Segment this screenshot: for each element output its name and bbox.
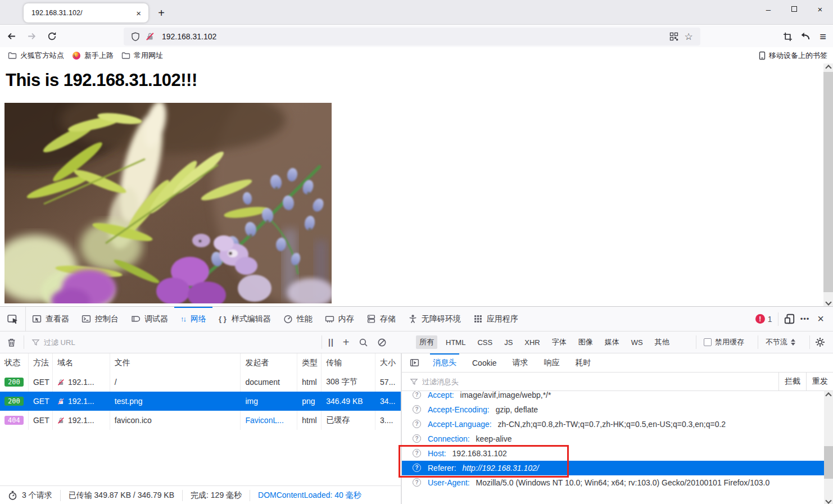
filter-xhr[interactable]: XHR [521,337,543,348]
request-row-selected[interactable]: 200 GET 192.1... test.png img png 346.49… [0,392,401,411]
bookmark-folder-common-sites[interactable]: 常用网址 [121,51,163,61]
col-status[interactable]: 状态 [0,353,29,373]
search-button[interactable] [359,338,368,347]
tab-console[interactable]: 控制台 [75,307,125,331]
detail-tab-cookie[interactable]: Cookie [466,353,503,372]
filter-headers-input[interactable] [422,378,591,386]
bookmark-star-icon[interactable]: ☆ [681,29,696,44]
mobile-bookmarks[interactable]: 移动设备上的书签 [758,51,827,61]
tab-application[interactable]: 应用程序 [467,307,524,331]
tab-memory[interactable]: 内存 [319,307,360,331]
header-row[interactable]: ? Accept-Encoding gzip, deflate [402,402,824,417]
bookmark-folder-firefox-official[interactable]: 火狐官方站点 [8,51,64,61]
url-text[interactable]: 192.168.31.102 [162,32,667,41]
col-type[interactable]: 类型 [297,353,322,373]
question-circle-icon[interactable]: ? [413,478,421,487]
close-tab-icon[interactable]: × [134,8,143,18]
detail-tab-response[interactable]: 响应 [538,353,566,372]
detail-tab-headers[interactable]: 消息头 [427,353,463,372]
col-initiator[interactable]: 发起者 [241,353,297,373]
filter-headers-box[interactable]: 拦截 重发 [402,373,833,391]
maximize-button[interactable] [781,0,807,18]
question-circle-icon[interactable]: ? [413,464,421,472]
detail-tab-request[interactable]: 请求 [506,353,535,372]
tab-inspector[interactable]: 查看器 [26,307,75,331]
tab-debugger[interactable]: 调试器 [125,307,174,331]
filter-url-input[interactable] [44,338,246,347]
pause-traffic-button[interactable]: || [328,338,334,347]
new-request-button[interactable]: + [343,336,350,349]
header-row-referer-selected[interactable]: ? Referer http://192.168.31.102/ [402,461,824,475]
clear-requests-button[interactable] [7,332,16,353]
request-row[interactable]: 404 GET 192.1... favicon.ico FaviconL...… [0,411,401,430]
filter-html[interactable]: HTML [442,337,469,348]
menu-hamburger-icon[interactable]: ≡ [816,30,830,43]
scroll-down-arrow[interactable] [824,496,833,504]
reload-button[interactable] [43,28,61,46]
filter-images[interactable]: 图像 [575,335,596,349]
question-circle-icon[interactable]: ? [413,434,421,443]
question-circle-icon[interactable]: ? [413,405,421,414]
bookmark-getting-started[interactable]: 新手上路 [72,51,114,61]
question-circle-icon[interactable]: ? [413,420,421,428]
insecure-lock-icon[interactable] [143,29,157,44]
header-row[interactable]: ? Connection keep-alive [402,432,824,446]
url-bar[interactable]: 192.168.31.102 ☆ [124,28,700,46]
disable-cache-toggle[interactable]: 禁用缓存 [704,332,744,353]
filter-fonts[interactable]: 字体 [549,335,570,349]
header-row-host[interactable]: ? Host 192.168.31.102 [402,446,824,461]
devtools-close-button[interactable]: × [815,312,826,325]
initiator-link[interactable]: FaviconL... [241,411,297,430]
resend-button[interactable]: 重发 [807,376,833,387]
header-row[interactable]: ? User-Agent Mozilla/5.0 (Windows NT 10.… [402,475,824,490]
tab-performance[interactable]: 性能 [277,307,319,331]
scroll-up-arrow[interactable] [823,63,833,72]
page-scrollbar[interactable] [823,63,833,306]
browser-tab[interactable]: 192.168.31.102/ × [24,3,148,22]
close-window-button[interactable]: × [807,0,833,18]
screenshot-crop-icon[interactable] [780,29,795,44]
disable-cache-checkbox[interactable] [704,338,712,346]
split-panel-button[interactable] [402,353,427,372]
block-button[interactable]: 拦截 [779,376,806,387]
filter-url-box[interactable] [31,332,246,353]
devtools-menu-button[interactable]: ••• [800,315,810,323]
details-scrollbar[interactable] [824,391,833,504]
back-button[interactable] [2,28,20,46]
filter-other[interactable]: 其他 [651,335,673,349]
filter-ws[interactable]: WS [628,337,646,348]
throttle-dropdown[interactable]: 不节流 [766,332,795,353]
forward-button[interactable] [22,28,40,46]
qr-code-icon[interactable] [667,29,681,44]
header-row[interactable]: ? Accept image/avif,image/webp,*/* [402,391,824,402]
tab-accessibility[interactable]: 无障碍环境 [402,307,467,331]
request-row[interactable]: 200 GET 192.1... / document html 308 字节 … [0,373,401,392]
details-scrollbar-thumb[interactable] [824,446,833,479]
col-file[interactable]: 文件 [110,353,241,373]
minimize-button[interactable]: – [755,0,781,18]
tab-style-editor[interactable]: { } 样式编辑器 [212,307,277,331]
tab-network[interactable]: ↑↓ 网络 [174,307,212,331]
filter-js[interactable]: JS [501,337,516,348]
block-request-button[interactable] [377,338,387,347]
col-size[interactable]: 大小 [375,353,401,373]
scroll-down-arrow[interactable] [823,298,833,306]
col-method[interactable]: 方法 [29,353,53,373]
new-tab-button[interactable]: + [153,4,170,21]
header-row[interactable]: ? Accept-Language zh-CN,zh;q=0.8,zh-TW;q… [402,417,824,432]
domcontentloaded-time[interactable]: DOMContentLoaded: 40 毫秒 [250,491,369,501]
col-domain[interactable]: 域名 [53,353,110,373]
scroll-up-arrow[interactable] [824,391,833,399]
detail-tab-timings[interactable]: 耗时 [569,353,597,372]
question-circle-icon[interactable]: ? [413,449,421,457]
responsive-design-button[interactable] [784,314,795,324]
filter-all[interactable]: 所有 [416,335,437,349]
page-scrollbar-thumb[interactable] [823,72,833,292]
undo-arrow-icon[interactable] [798,29,813,44]
filter-css[interactable]: CSS [474,337,496,348]
filter-media[interactable]: 媒体 [601,335,623,349]
tab-storage[interactable]: 存储 [360,307,402,331]
error-count-badge[interactable]: ! 1 [755,314,772,324]
col-transferred[interactable]: 传输 [322,353,375,373]
question-circle-icon[interactable]: ? [413,391,421,399]
